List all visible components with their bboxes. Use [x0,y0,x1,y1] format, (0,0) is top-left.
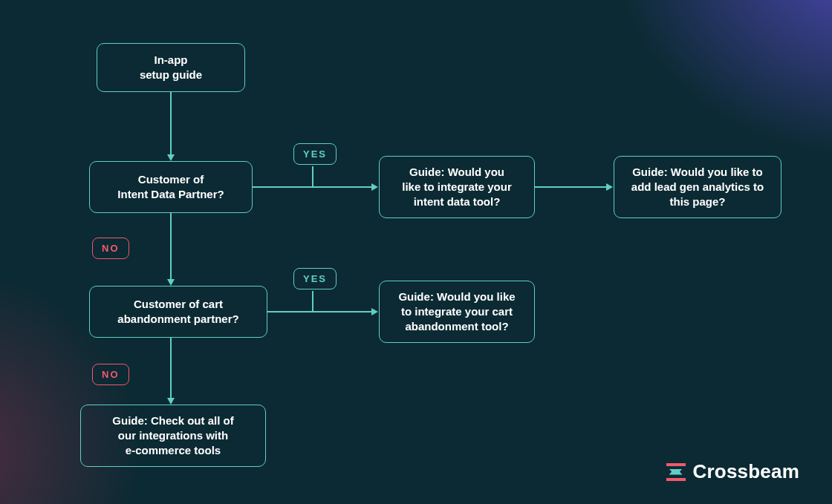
node-g-cart: Guide: Would you liketo integrate your c… [379,281,535,343]
label-no-1: NO [92,238,129,259]
label-no-2: NO [92,364,129,385]
connector-cart-right [267,311,371,312]
arrow-intent-down [167,279,175,286]
arrow-cart-right [371,308,378,315]
connector-yes1-stub [312,166,313,187]
arrow-cart-down [167,398,175,405]
connector-start-down [170,92,172,154]
brand-name: Crossbeam [693,460,799,483]
label-yes-1: YES [293,143,337,165]
brand-logo: Crossbeam [666,460,799,483]
connector-yes2-stub [312,291,313,312]
node-g-all: Guide: Check out all ofour integrations … [80,405,266,467]
node-q-intent: Customer ofIntent Data Partner? [89,161,253,213]
arrow-leadgen-right [606,183,613,191]
crossbeam-icon [666,462,686,482]
node-q-cart: Customer of cartabandonment partner? [89,286,267,338]
arrow-intent-right [371,183,378,191]
node-g-intent: Guide: Would youlike to integrate yourin… [379,156,535,218]
connector-cart-down [170,338,172,398]
connector-leadgen-right [535,186,606,188]
node-start: In-appsetup guide [97,43,245,92]
label-yes-2: YES [293,268,337,289]
node-g-leadgen: Guide: Would you like toadd lead gen ana… [614,156,781,218]
connector-intent-down [170,213,172,279]
arrow-start-down [167,154,175,161]
